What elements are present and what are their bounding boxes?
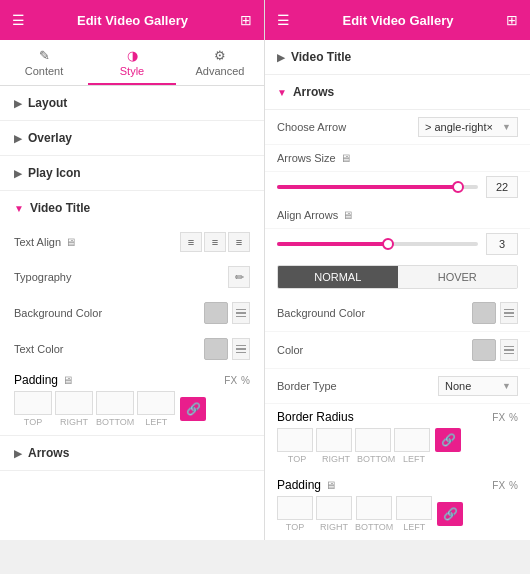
r-border-radius-label-row: Border Radius FX % <box>277 410 518 424</box>
sidebar-item-play-icon[interactable]: ▶ Play Icon <box>0 156 264 191</box>
r-sidebar-item-video-title[interactable]: ▶ Video Title <box>265 40 530 75</box>
left-header: ☰ Edit Video Gallery ⊞ <box>0 0 264 40</box>
padding-bottom-label: BOTTOM <box>96 417 134 427</box>
tab-advanced[interactable]: ⚙ Advanced <box>176 40 264 85</box>
right-grid-icon[interactable]: ⊞ <box>506 12 518 28</box>
r-border-radius-right-input[interactable] <box>316 428 352 452</box>
r-bg-color-row: Background Color <box>265 295 530 332</box>
video-title-arrow-icon: ▼ <box>14 203 24 214</box>
padding-section: Padding 🖥 FX % TOP RIGHT <box>0 367 264 435</box>
padding-left-input[interactable] <box>137 391 175 415</box>
r-border-radius-link-button[interactable]: 🔗 <box>435 428 461 452</box>
text-color-label: Text Color <box>14 343 64 355</box>
align-center-button[interactable]: ≡ <box>204 232 226 252</box>
r-align-arrows-track[interactable] <box>277 242 478 246</box>
r-state-normal-tab[interactable]: NORMAL <box>278 266 398 288</box>
r-border-radius-label: Border Radius <box>277 410 354 424</box>
r-padding-left-box: LEFT <box>396 496 432 532</box>
r-border-radius-inputs: 🔗 <box>277 428 518 452</box>
r-padding-pct-option[interactable]: % <box>509 480 518 491</box>
r-padding-top-input[interactable] <box>277 496 313 520</box>
r-padding-right-input[interactable] <box>316 496 352 520</box>
padding-left-box: LEFT <box>137 391 175 427</box>
padding-fx-option[interactable]: FX <box>224 375 237 386</box>
r-align-arrows-label: Align Arrows <box>277 209 338 221</box>
r-border-radius-pct-option[interactable]: % <box>509 412 518 423</box>
tab-content[interactable]: ✎ Content <box>0 40 88 85</box>
layout-label: Layout <box>28 96 67 110</box>
r-video-title-label: Video Title <box>291 50 351 64</box>
r-color-label: Color <box>277 344 303 356</box>
r-border-radius-top-input[interactable] <box>277 428 313 452</box>
r-padding-unit-selector: FX % <box>492 480 518 491</box>
left-hamburger-icon[interactable]: ☰ <box>12 12 25 28</box>
r-border-radius-bottom-input[interactable] <box>355 428 391 452</box>
r-choose-arrow-label: Choose Arrow <box>277 121 346 133</box>
right-panel: ☰ Edit Video Gallery ⊞ ▶ Video Title ▼ A… <box>265 0 530 540</box>
text-align-screen-icon: 🖥 <box>65 236 76 248</box>
r-padding-top-label: TOP <box>286 522 304 532</box>
sidebar-item-overlay[interactable]: ▶ Overlay <box>0 121 264 156</box>
r-arrows-header[interactable]: ▼ Arrows <box>265 75 530 110</box>
padding-bottom-input[interactable] <box>96 391 134 415</box>
tab-advanced-label: Advanced <box>196 65 245 77</box>
r-border-radius-unit-selector: FX % <box>492 412 518 423</box>
align-left-button[interactable]: ≡ <box>180 232 202 252</box>
padding-left-label: LEFT <box>145 417 167 427</box>
r-color-swatch[interactable] <box>472 339 496 361</box>
bg-color-swatch[interactable] <box>204 302 228 324</box>
text-color-list-icon[interactable] <box>232 338 250 360</box>
r-align-arrows-thumb[interactable] <box>382 238 394 250</box>
r-padding-bottom-input[interactable] <box>356 496 392 520</box>
right-hamburger-icon[interactable]: ☰ <box>277 12 290 28</box>
bg-color-list-icon[interactable] <box>232 302 250 324</box>
r-choose-arrow-value: > angle-right× <box>425 121 493 133</box>
padding-right-input[interactable] <box>55 391 93 415</box>
typography-edit-button[interactable]: ✏ <box>228 266 250 288</box>
r-align-arrows-slider-row <box>265 229 530 259</box>
r-color-controls <box>472 339 518 361</box>
right-header: ☰ Edit Video Gallery ⊞ <box>265 0 530 40</box>
padding-top-input[interactable] <box>14 391 52 415</box>
r-padding-label-row: Padding 🖥 FX % <box>277 478 518 492</box>
r-choose-arrow-dropdown[interactable]: > angle-right× ▼ <box>418 117 518 137</box>
r-align-arrows-input[interactable] <box>486 233 518 255</box>
r-padding-fx-option[interactable]: FX <box>492 480 505 491</box>
r-padding-screen-icon: 🖥 <box>325 479 336 491</box>
r-state-hover-tab[interactable]: HOVER <box>398 266 518 288</box>
r-arrows-size-slider-row <box>265 172 530 202</box>
r-color-list-icon[interactable] <box>500 339 518 361</box>
sidebar-item-layout[interactable]: ▶ Layout <box>0 86 264 121</box>
arrows-label: Arrows <box>28 446 69 460</box>
text-align-label: Text Align <box>14 236 61 248</box>
video-title-header[interactable]: ▼ Video Title <box>0 191 264 225</box>
r-arrows-size-input[interactable] <box>486 176 518 198</box>
text-align-label-group: Text Align 🖥 <box>14 236 76 248</box>
r-arrows-size-thumb[interactable] <box>452 181 464 193</box>
padding-pct-option[interactable]: % <box>241 375 250 386</box>
padding-label: Padding <box>14 373 58 387</box>
r-border-radius-fx-option[interactable]: FX <box>492 412 505 423</box>
padding-link-button[interactable]: 🔗 <box>180 397 206 421</box>
r-padding-left-input[interactable] <box>396 496 432 520</box>
typography-label: Typography <box>14 271 71 283</box>
overlay-label: Overlay <box>28 131 72 145</box>
r-bg-color-swatch[interactable] <box>472 302 496 324</box>
align-right-button[interactable]: ≡ <box>228 232 250 252</box>
text-color-swatch[interactable] <box>204 338 228 360</box>
sidebar-item-arrows[interactable]: ▶ Arrows <box>0 436 264 471</box>
r-padding-right-label: RIGHT <box>320 522 348 532</box>
r-dropdown-arrow-icon: ▼ <box>502 122 511 132</box>
r-padding-label-group: Padding 🖥 <box>277 478 336 492</box>
left-grid-icon[interactable]: ⊞ <box>240 12 252 28</box>
r-padding-link-button[interactable]: 🔗 <box>437 502 463 526</box>
r-padding-bottom-label: BOTTOM <box>355 522 393 532</box>
tab-style[interactable]: ◑ Style <box>88 40 176 85</box>
padding-unit-selector: FX % <box>224 375 250 386</box>
r-border-type-dropdown[interactable]: None ▼ <box>438 376 518 396</box>
r-align-arrows-screen-icon: 🖥 <box>342 209 353 221</box>
r-arrows-size-track[interactable] <box>277 185 478 189</box>
r-border-radius-left-input[interactable] <box>394 428 430 452</box>
r-bg-color-list-icon[interactable] <box>500 302 518 324</box>
r-border-dropdown-arrow-icon: ▼ <box>502 381 511 391</box>
